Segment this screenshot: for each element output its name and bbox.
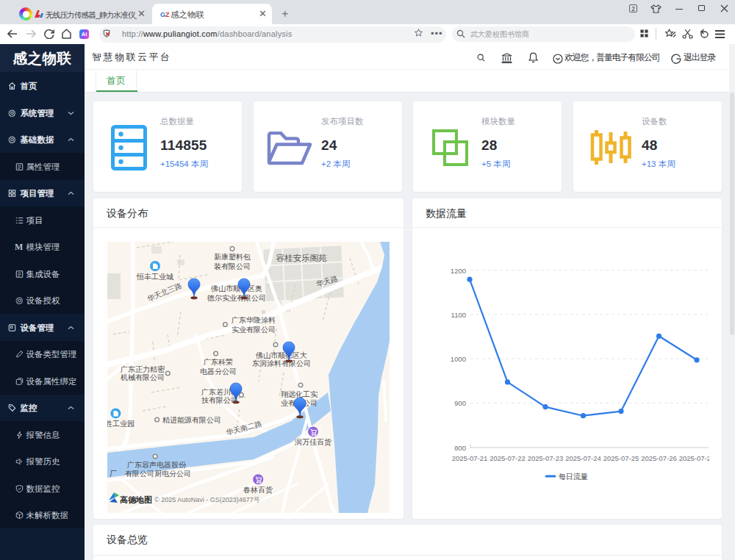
svg-text:1100: 1100 (451, 311, 466, 319)
svg-text:© 2025 AutoNavi - GS(2023)4677: © 2025 AutoNavi - GS(2023)4677号 (154, 496, 260, 503)
svg-text:广东科荣: 广东科荣 (204, 358, 233, 366)
svg-text:广东正力精密: 广东正力精密 (121, 365, 165, 373)
svg-text:容桂安乐阁苑: 容桂安乐阁苑 (276, 254, 328, 262)
svg-text:2025-07-25: 2025-07-25 (603, 454, 639, 462)
svg-text:实业有限公司: 实业有限公司 (232, 326, 276, 334)
svg-text:润万佳百货: 润万佳百货 (294, 438, 331, 446)
svg-text:德尔实业有限公司: 德尔实业有限公司 (207, 294, 266, 302)
svg-text:2025-07-22: 2025-07-22 (490, 454, 526, 462)
svg-text:厂: 厂 (110, 470, 117, 478)
svg-text:高德地图: 高德地图 (120, 495, 152, 504)
svg-text:技有限公司: 技有限公司 (201, 396, 238, 404)
svg-text:2025-07-26: 2025-07-26 (641, 454, 677, 462)
svg-text:800: 800 (454, 444, 466, 452)
svg-text:每日流量: 每日流量 (559, 473, 588, 481)
svg-text:装有限公司: 装有限公司 (214, 262, 251, 270)
svg-text:东润涂料有限公司: 东润涂料有限公司 (252, 359, 311, 367)
svg-text:2025-07-23: 2025-07-23 (528, 454, 564, 462)
svg-text:佛山市顺德区大: 佛山市顺德区大 (255, 351, 307, 359)
svg-text:胜工业园: 胜工业园 (107, 420, 135, 428)
svg-text:2025-07-24: 2025-07-24 (565, 454, 601, 462)
svg-text:1200: 1200 (451, 267, 466, 275)
svg-text:电器分公司: 电器分公司 (200, 367, 237, 376)
svg-text:佛山市顺德区奥: 佛山市顺德区奥 (210, 284, 262, 292)
svg-text:广东容声电器股份: 广东容声电器股份 (127, 461, 187, 469)
svg-text:精进能源有限公司: 精进能源有限公司 (162, 416, 221, 424)
svg-text:广东华隆涂料: 广东华隆涂料 (232, 316, 276, 324)
svg-text:2025-07-27: 2025-07-27 (679, 454, 709, 462)
svg-text:2025-07-21: 2025-07-21 (452, 454, 488, 462)
svg-text:新康塑料包: 新康塑料包 (214, 253, 251, 261)
svg-text:恒丰工业城: 恒丰工业城 (136, 273, 173, 281)
svg-text:1000: 1000 (451, 355, 466, 363)
svg-text:有限公司厨电分公司: 有限公司厨电分公司 (125, 470, 191, 478)
svg-text:900: 900 (454, 399, 466, 407)
svg-text:翔远化工实: 翔远化工实 (281, 390, 318, 398)
svg-text:春林百货: 春林百货 (243, 486, 273, 494)
svg-text:机械有限公司: 机械有限公司 (121, 373, 165, 381)
